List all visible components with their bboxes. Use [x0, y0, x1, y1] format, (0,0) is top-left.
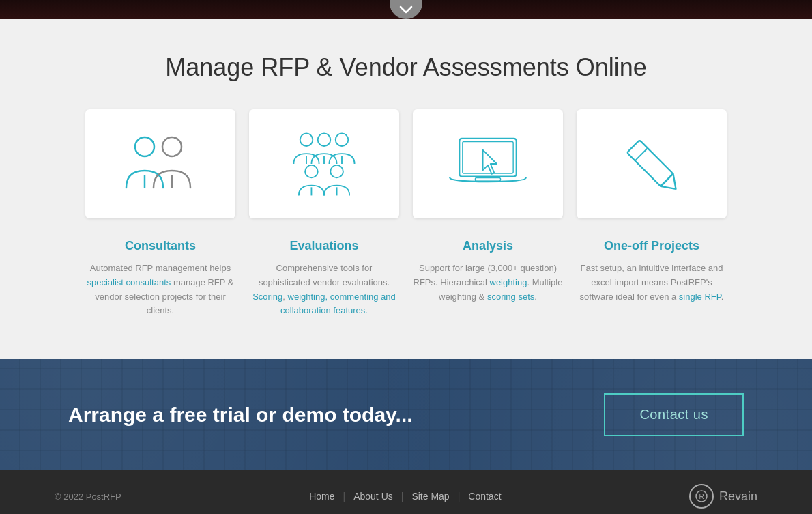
- svg-point-2: [162, 137, 182, 156]
- svg-marker-19: [661, 173, 682, 195]
- revain-badge: R Revain: [689, 484, 757, 509]
- analysis-card: [413, 109, 563, 218]
- footer: © 2022 PostRFP Home | About Us | Site Ma…: [0, 470, 812, 514]
- footer-nav-sep-3: |: [458, 491, 461, 502]
- scoring-sets-link[interactable]: scoring sets: [487, 291, 534, 302]
- footer-nav-about[interactable]: About Us: [353, 491, 393, 502]
- feature-analysis-desc: Support for large (3,000+ question) RFPs…: [413, 261, 563, 304]
- cta-text: Arrange a free trial or demo today...: [68, 403, 413, 427]
- features-row: Consultants Automated RFP management hel…: [55, 239, 757, 318]
- feature-one-off: One-off Projects Fast setup, an intuitiv…: [577, 239, 727, 318]
- feature-consultants-desc: Automated RFP management helps specialis…: [85, 261, 235, 318]
- feature-evaluations-desc: Comprehensive tools for sophisticated ve…: [249, 261, 399, 318]
- contact-us-button[interactable]: Contact us: [604, 393, 744, 436]
- feature-evaluations-title: Evaluations: [249, 239, 399, 253]
- single-rfp-link[interactable]: single RFP: [679, 291, 721, 302]
- weighting-link[interactable]: weighting, commenting and collaboration …: [280, 291, 396, 316]
- footer-nav-sep-1: |: [343, 491, 346, 502]
- feature-one-off-desc: Fast setup, an intuitive interface and e…: [577, 261, 727, 304]
- svg-point-8: [336, 133, 349, 146]
- footer-copyright: © 2022 PostRFP: [55, 491, 121, 502]
- svg-marker-16: [483, 150, 497, 174]
- footer-nav-sep-2: |: [401, 491, 404, 502]
- feature-consultants-title: Consultants: [85, 239, 235, 253]
- svg-point-10: [305, 165, 318, 178]
- footer-nav-home[interactable]: Home: [309, 491, 334, 502]
- consultants-card: [85, 109, 235, 218]
- svg-rect-17: [475, 177, 500, 181]
- svg-line-20: [635, 148, 648, 160]
- svg-text:R: R: [699, 493, 704, 500]
- one-off-projects-card: [577, 109, 727, 218]
- scroll-down-button[interactable]: [390, 0, 422, 19]
- evaluations-card: [249, 109, 399, 218]
- cards-row: [55, 109, 757, 218]
- footer-nav-sitemap[interactable]: Site Map: [411, 491, 449, 502]
- main-section: Manage RFP & Vendor Assessments Online: [0, 19, 812, 359]
- svg-point-6: [318, 133, 331, 146]
- revain-icon: R: [689, 484, 714, 509]
- top-bar: [0, 0, 812, 19]
- scoring-link[interactable]: Scoring: [252, 291, 282, 302]
- revain-label: Revain: [719, 489, 757, 504]
- svg-point-12: [330, 165, 343, 178]
- svg-point-0: [135, 137, 154, 156]
- feature-consultants: Consultants Automated RFP management hel…: [85, 239, 235, 318]
- feature-one-off-title: One-off Projects: [577, 239, 727, 253]
- feature-analysis-title: Analysis: [413, 239, 563, 253]
- feature-analysis: Analysis Support for large (3,000+ quest…: [413, 239, 563, 318]
- cta-section: Arrange a free trial or demo today... Co…: [0, 359, 812, 470]
- footer-nav: Home | About Us | Site Map | Contact: [309, 491, 501, 502]
- svg-point-4: [300, 133, 313, 146]
- footer-nav-contact[interactable]: Contact: [468, 491, 501, 502]
- svg-rect-15: [463, 142, 513, 173]
- specialist-consultants-link[interactable]: specialist consultants: [87, 277, 171, 287]
- page-title: Manage RFP & Vendor Assessments Online: [55, 53, 757, 82]
- svg-rect-18: [627, 140, 673, 186]
- weighting-analysis-link[interactable]: weighting: [490, 277, 527, 287]
- svg-rect-14: [459, 139, 517, 177]
- feature-evaluations: Evaluations Comprehensive tools for soph…: [249, 239, 399, 318]
